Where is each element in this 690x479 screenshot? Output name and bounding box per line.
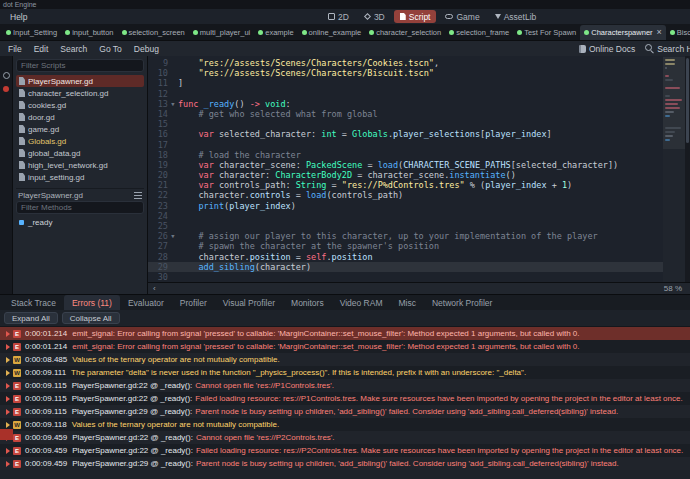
code-line-24[interactable]: 24	[148, 211, 663, 221]
sort-members-icon[interactable]	[134, 192, 142, 199]
script-item-globals-gd[interactable]: Globals.gd	[16, 135, 144, 147]
expand-arrow-icon[interactable]	[6, 461, 10, 467]
expand-arrow-icon[interactable]	[6, 448, 10, 454]
fold-icon[interactable]: ▼	[168, 231, 178, 241]
error-row[interactable]: E0:00:09.459PlayerSpawner.gd:22 @ _ready…	[0, 431, 690, 444]
expand-arrow-icon[interactable]	[6, 331, 10, 337]
scene-tab-selection-screen[interactable]: selection_screen	[118, 25, 189, 40]
error-row[interactable]: E0:00:09.459PlayerSpawner.gd:22 @ _ready…	[0, 444, 690, 457]
scene-tab-biscuit[interactable]: Biscuit	[666, 25, 690, 40]
scene-tab-input-setting[interactable]: Input_Setting	[2, 25, 61, 40]
code-line-27[interactable]: 27 # spawn the character at the spawner'…	[148, 241, 663, 251]
expand-arrow-icon[interactable]	[6, 357, 10, 363]
debugger-tab-evaluator[interactable]: Evaluator	[120, 295, 172, 310]
scene-tab-example[interactable]: example	[254, 25, 297, 40]
error-row[interactable]: E0:00:09.459PlayerSpawner.gd:29 @ _ready…	[0, 457, 690, 470]
code-line-18[interactable]: 18 # load the character	[148, 150, 663, 160]
code-line-12[interactable]: 12	[148, 89, 663, 99]
scene-tab-test-for-spawn[interactable]: Test For Spawn	[513, 25, 580, 40]
code-line-26[interactable]: 26▼ # assign our player to this characte…	[148, 231, 663, 241]
expand-all-button[interactable]: Expand All	[4, 312, 58, 324]
expand-arrow-icon[interactable]	[6, 396, 10, 402]
expand-arrow-icon[interactable]	[6, 370, 10, 376]
line-number[interactable]: 29	[148, 262, 168, 272]
close-tab-icon[interactable]: ×	[657, 28, 662, 37]
line-number[interactable]: 11	[148, 78, 168, 88]
menu-edit[interactable]: Edit	[34, 44, 49, 54]
script-item-high-level-network-gd[interactable]: high_level_network.gd	[16, 159, 144, 171]
menu-file[interactable]: File	[8, 44, 22, 54]
scene-tab-characterspawner[interactable]: Characterspawner×	[580, 25, 666, 40]
debugger-tab-errors-11[interactable]: Errors (11)	[64, 295, 120, 310]
zoom-level[interactable]: 58 %	[664, 284, 690, 293]
scrollbar-thumb[interactable]	[686, 58, 689, 143]
line-number[interactable]: 30	[148, 272, 168, 282]
code-line-14[interactable]: 14 # get who selected what from global	[148, 109, 663, 119]
line-number[interactable]: 17	[148, 140, 168, 150]
debugger-tab-video-ram[interactable]: Video RAM	[332, 295, 391, 310]
scene-tab-online-example[interactable]: online_example	[298, 25, 366, 40]
code-line-21[interactable]: 21 var controls_path: String = "res://P%…	[148, 180, 663, 190]
line-number[interactable]: 21	[148, 180, 168, 190]
main-screen-button-script[interactable]: Script	[394, 10, 437, 23]
main-screen-button-2d[interactable]: 2D	[322, 10, 355, 23]
left-strip-icon[interactable]	[3, 72, 10, 79]
method-item-ready[interactable]: _ready	[16, 217, 144, 228]
script-item-playerspawner-gd[interactable]: PlayerSpawner.gd	[16, 75, 144, 87]
error-row[interactable]: W0:00:08.485Values of the ternary operat…	[0, 353, 690, 366]
error-row[interactable]: E0:00:09.115PlayerSpawner.gd:22 @ _ready…	[0, 392, 690, 405]
line-number[interactable]: 27	[148, 241, 168, 251]
code-line-9[interactable]: 9 "res://assests/Scenes/Characters/Cooki…	[148, 58, 663, 68]
code-line-19[interactable]: 19 var character_scene: PackedScene = lo…	[148, 160, 663, 170]
menu-debug[interactable]: Debug	[134, 44, 159, 54]
filter-scripts-input[interactable]: Filter Scripts	[16, 59, 144, 72]
collapse-all-button[interactable]: Collapse All	[62, 312, 120, 324]
code-line-11[interactable]: 11]	[148, 78, 663, 88]
expand-arrow-icon[interactable]	[6, 422, 10, 428]
scene-tab-character-selection[interactable]: character_selection	[365, 25, 445, 40]
menu-go-to[interactable]: Go To	[99, 44, 122, 54]
script-item-global-data-gd[interactable]: global_data.gd	[16, 147, 144, 159]
code-line-23[interactable]: 23 print(player_index)	[148, 201, 663, 211]
search-help-button[interactable]: Search Help	[645, 44, 690, 54]
debugger-tab-monitors[interactable]: Monitors	[283, 295, 332, 310]
code-line-17[interactable]: 17	[148, 140, 663, 150]
debugger-tab-misc[interactable]: Misc	[390, 295, 423, 310]
line-number[interactable]: 19	[148, 160, 168, 170]
line-number[interactable]: 26	[148, 231, 168, 241]
toggle-scripts-panel-button[interactable]: ‹	[148, 283, 161, 295]
error-row[interactable]: E0:00:01.214emit_signal: Error calling f…	[0, 340, 690, 353]
code-line-22[interactable]: 22 character.controls = load(controls_pa…	[148, 190, 663, 200]
error-row[interactable]: W0:00:09.118Values of the ternary operat…	[0, 418, 690, 431]
main-screen-button-3d[interactable]: 3D	[358, 10, 391, 23]
code-line-15[interactable]: 15	[148, 119, 663, 129]
code-line-28[interactable]: 28 character.position = self.position	[148, 252, 663, 262]
line-number[interactable]: 24	[148, 211, 168, 221]
line-number[interactable]: 18	[148, 150, 168, 160]
scene-tab-multi-player-ui[interactable]: multi_player_ui	[189, 25, 254, 40]
error-row[interactable]: W0:00:09.111The parameter "delta" is nev…	[0, 366, 690, 379]
script-item-game-gd[interactable]: game.gd	[16, 123, 144, 135]
line-number[interactable]: 25	[148, 221, 168, 231]
minimap[interactable]	[663, 56, 685, 282]
code-line-16[interactable]: 16 var selected_character: int = Globals…	[148, 129, 663, 139]
code-line-30[interactable]: 30	[148, 272, 663, 282]
debugger-tab-visual-profiler[interactable]: Visual Profiler	[215, 295, 283, 310]
expand-arrow-icon[interactable]	[6, 383, 10, 389]
code-line-13[interactable]: 13▼func _ready() -> void:	[148, 99, 663, 109]
menu-search[interactable]: Search	[60, 44, 87, 54]
script-item-input-setting-gd[interactable]: input_setting.gd	[16, 171, 144, 183]
line-number[interactable]: 28	[148, 252, 168, 262]
online-docs-button[interactable]: Online Docs	[579, 44, 635, 54]
main-screen-button-assetlib[interactable]: AssetLib	[489, 10, 543, 23]
debugger-tab-network-profiler[interactable]: Network Profiler	[424, 295, 500, 310]
expand-arrow-icon[interactable]	[6, 409, 10, 415]
code-line-10[interactable]: 10 "res://assests/Scenes/Characters/Bisc…	[148, 68, 663, 78]
error-row[interactable]: E0:00:09.115PlayerSpawner.gd:29 @ _ready…	[0, 405, 690, 418]
line-number[interactable]: 14	[148, 109, 168, 119]
line-number[interactable]: 13	[148, 99, 168, 109]
fold-icon[interactable]: ▼	[168, 99, 178, 109]
line-number[interactable]: 20	[148, 170, 168, 180]
debugger-tab-profiler[interactable]: Profiler	[172, 295, 215, 310]
line-number[interactable]: 12	[148, 89, 168, 99]
